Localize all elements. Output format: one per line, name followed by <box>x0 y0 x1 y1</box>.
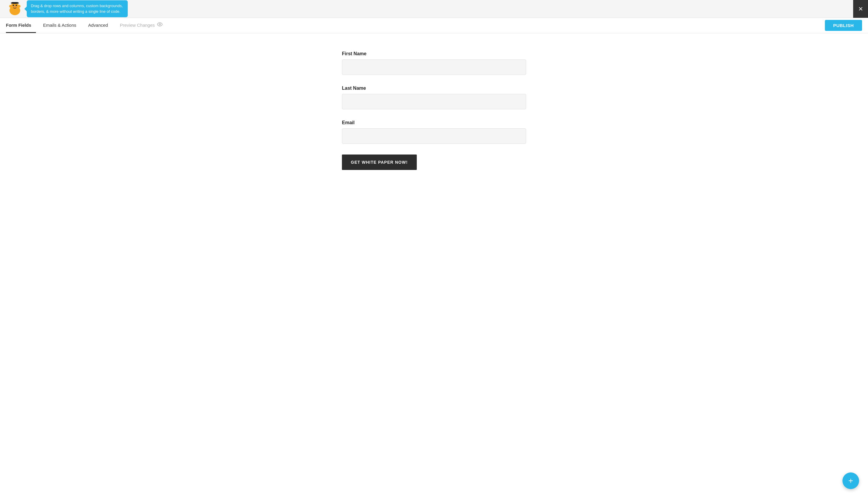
svg-point-6 <box>13 6 16 8</box>
main-content: First Name Last Name Email GET WHITE PAP… <box>0 33 868 498</box>
nav-tabs-left: Form Fields Emails & Actions Advanced Pr… <box>6 18 825 33</box>
email-input[interactable] <box>342 128 526 144</box>
last-name-label: Last Name <box>342 86 526 91</box>
tab-preview-changes[interactable]: Preview Changes <box>115 18 167 33</box>
submit-button[interactable]: GET WHITE PAPER NOW! <box>342 155 417 170</box>
logo-area <box>6 1 24 16</box>
tab-advanced[interactable]: Advanced <box>83 18 113 33</box>
nav-tabs: Form Fields Emails & Actions Advanced Pr… <box>0 18 868 33</box>
close-icon: ✕ <box>858 5 863 12</box>
svg-rect-8 <box>12 2 18 3</box>
plus-icon: + <box>849 476 853 486</box>
email-label: Email <box>342 120 526 126</box>
eye-icon <box>157 22 162 28</box>
first-name-group: First Name <box>342 51 526 75</box>
svg-point-9 <box>159 24 161 25</box>
publish-button[interactable]: PUBLISH <box>825 20 862 31</box>
first-name-input[interactable] <box>342 60 526 75</box>
tab-form-fields[interactable]: Form Fields <box>6 18 36 33</box>
svg-point-5 <box>16 4 17 6</box>
tooltip-text: Drag & drop rows and columns, custom bac… <box>31 3 123 13</box>
svg-point-2 <box>9 5 12 8</box>
first-name-label: First Name <box>342 51 526 56</box>
mailchimp-logo <box>6 1 24 16</box>
header: Drag & drop rows and columns, custom bac… <box>0 0 868 18</box>
last-name-input[interactable] <box>342 94 526 109</box>
email-group: Email <box>342 120 526 144</box>
close-button[interactable]: ✕ <box>853 0 868 18</box>
last-name-group: Last Name <box>342 86 526 109</box>
tooltip-bubble: Drag & drop rows and columns, custom bac… <box>27 0 128 17</box>
tab-emails-actions[interactable]: Emails & Actions <box>38 18 81 33</box>
fab-add-button[interactable]: + <box>842 472 859 489</box>
svg-point-4 <box>13 4 14 6</box>
submit-group: GET WHITE PAPER NOW! <box>342 155 526 170</box>
svg-point-3 <box>17 5 21 8</box>
form-container: First Name Last Name Email GET WHITE PAP… <box>342 51 526 480</box>
